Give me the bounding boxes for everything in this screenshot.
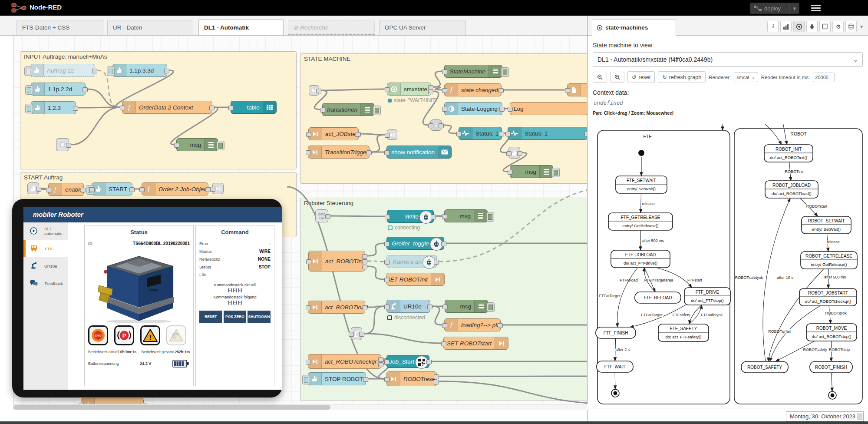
output-port[interactable] xyxy=(426,360,432,364)
output-port[interactable] xyxy=(431,215,436,219)
output-port[interactable] xyxy=(362,265,367,269)
tab-dl1-automatik[interactable]: DL1 - Automatik xyxy=(198,19,284,35)
inject-button[interactable] xyxy=(24,66,32,76)
output-port[interactable] xyxy=(428,89,433,94)
node-stop-robot[interactable]: STOP ROBOT xyxy=(308,372,366,385)
input-port[interactable] xyxy=(565,88,570,93)
menu-icon[interactable] xyxy=(810,3,822,12)
output-port[interactable] xyxy=(434,374,439,379)
node-act-robotload[interactable]: act_ROBOTload xyxy=(308,301,365,314)
node-loading-play[interactable]: floading?--> play xyxy=(444,318,501,331)
output-port[interactable] xyxy=(359,332,364,337)
input-port[interactable] xyxy=(441,341,446,346)
input-port[interactable] xyxy=(442,107,447,112)
node-auftrag-12[interactable]: Auftrag 12 xyxy=(30,64,95,77)
target-icon[interactable] xyxy=(793,21,805,32)
output-port[interactable] xyxy=(498,88,504,93)
inject-button[interactable] xyxy=(302,375,310,384)
timeout-input[interactable]: 20000 xyxy=(813,73,835,82)
reset-button[interactable]: RESET xyxy=(199,311,222,323)
zoom-out-button[interactable] xyxy=(593,72,607,83)
node-junc[interactable] xyxy=(56,138,69,151)
node-transitiontrigger[interactable]: TransitionTrigger xyxy=(308,146,370,159)
date-display[interactable]: Montag, 30. Oktober 2023 xyxy=(786,411,864,421)
input-port[interactable] xyxy=(384,242,389,246)
tab-ur-daten[interactable]: UR - Daten xyxy=(107,20,192,35)
node-state-changed[interactable]: fstate changed xyxy=(444,83,502,96)
output-port[interactable] xyxy=(434,380,439,384)
input-port[interactable] xyxy=(385,87,390,92)
tab-state-machines[interactable]: state-machines xyxy=(592,20,676,36)
output-port[interactable] xyxy=(129,187,135,192)
node-ur10e[interactable]: UR10e xyxy=(386,300,430,313)
tab-recherche[interactable]: ⊘ Recherche xyxy=(288,20,375,35)
output-port[interactable] xyxy=(164,69,169,73)
node-sm_linkout[interactable] xyxy=(387,129,397,140)
node-opcua[interactable]: OPCUA xyxy=(315,209,328,222)
tab-fts-daten-css[interactable]: FTS-Daten + CSS xyxy=(17,20,104,35)
node-table[interactable]: table xyxy=(231,101,277,114)
pos-zero-button[interactable]: POS ZERO xyxy=(224,311,247,323)
input-port[interactable] xyxy=(120,106,125,110)
input-port[interactable] xyxy=(506,151,512,156)
output-port[interactable] xyxy=(325,214,330,219)
gear-icon[interactable]: ⚙ xyxy=(832,21,844,32)
node-sm_linkin[interactable] xyxy=(309,85,319,96)
input-port[interactable] xyxy=(306,132,311,137)
output-port[interactable] xyxy=(66,143,71,148)
input-port[interactable] xyxy=(442,70,447,74)
input-port[interactable] xyxy=(306,259,311,264)
output-port[interactable] xyxy=(499,132,504,136)
input-port[interactable] xyxy=(456,132,462,136)
node-1-1p-2-2d[interactable]: 1.1p.2.2d xyxy=(31,83,86,96)
node-order-2-job-object[interactable]: fOrder 2 Job-Object xyxy=(142,182,208,195)
node-sa_hand[interactable] xyxy=(27,182,39,194)
input-port[interactable] xyxy=(384,377,389,382)
node-msg[interactable]: msg xyxy=(176,138,218,151)
output-port[interactable] xyxy=(499,107,505,112)
node-armg[interactable] xyxy=(351,327,362,340)
output-port[interactable] xyxy=(427,305,432,309)
node-log[interactable]: Log xyxy=(510,102,587,115)
input-port[interactable] xyxy=(505,132,511,136)
menu-item-feedback[interactable]: Feedback xyxy=(23,275,68,292)
input-port[interactable] xyxy=(384,360,389,364)
node-set-robotstart[interactable]: SET ROBOTstart xyxy=(443,337,508,350)
input-port[interactable] xyxy=(385,133,390,138)
node-transitionen[interactable]: transitionen xyxy=(322,103,374,116)
node-act-robotinit[interactable]: act_ROBOTinit xyxy=(308,251,365,272)
output-port[interactable] xyxy=(434,260,439,265)
node-kamera-an[interactable]: Kamera an xyxy=(386,255,437,268)
debug-toggle-button[interactable] xyxy=(487,302,495,312)
input-port[interactable] xyxy=(349,332,354,337)
input-port[interactable] xyxy=(306,305,311,310)
output-port[interactable] xyxy=(439,123,444,128)
menu-item-fts[interactable]: FTS xyxy=(23,240,68,257)
output-port[interactable] xyxy=(83,87,88,92)
node-statemachine[interactable]: StateMachine xyxy=(444,65,502,78)
scrollbar-thumb[interactable] xyxy=(13,405,330,410)
output-port[interactable] xyxy=(362,305,367,310)
input-port[interactable] xyxy=(384,305,389,309)
output-port[interactable] xyxy=(316,89,321,93)
node-write[interactable]: Write xyxy=(387,210,434,223)
input-port[interactable] xyxy=(428,123,433,128)
input-port[interactable] xyxy=(89,187,95,192)
input-port[interactable] xyxy=(228,106,234,110)
input-port[interactable] xyxy=(442,323,447,328)
input-port[interactable] xyxy=(442,305,448,309)
chart-icon[interactable] xyxy=(780,21,792,32)
node-msg[interactable]: msg xyxy=(510,165,553,178)
input-port[interactable] xyxy=(384,150,389,155)
inject-button[interactable] xyxy=(25,104,33,113)
input-port[interactable] xyxy=(306,360,311,364)
node-start[interactable]: START xyxy=(92,182,132,195)
node-act-jobstep[interactable]: act_JOBstep xyxy=(308,127,359,140)
zoom-in-button[interactable] xyxy=(610,72,624,83)
output-port[interactable] xyxy=(356,132,361,137)
node-smxstate[interactable]: smxstate xyxy=(387,83,431,96)
output-port[interactable] xyxy=(498,323,503,328)
input-port[interactable] xyxy=(442,214,447,219)
node-msg[interactable]: msg xyxy=(444,209,488,222)
refresh-graph-button[interactable]: ↻refresh graph xyxy=(658,71,706,83)
